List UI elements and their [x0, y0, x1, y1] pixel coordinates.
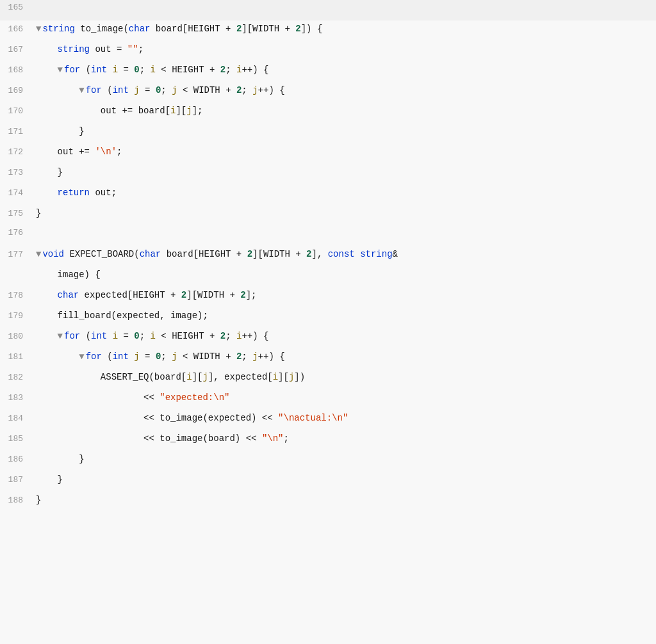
token: EXPECT_BOARD(	[64, 249, 140, 259]
token: i	[151, 65, 156, 75]
line-content: ▼for (int j = 0; j < WIDTH + 2; j++) {	[33, 82, 656, 99]
token: out += board[	[101, 106, 170, 116]
token: ;	[117, 147, 122, 157]
line-number: 180	[0, 329, 33, 345]
token: int	[91, 65, 107, 75]
table-row: 187 }	[0, 471, 656, 492]
line-number: 166	[0, 22, 33, 38]
table-row: 174 return out;	[0, 184, 656, 205]
table-row: 167 string out = "";	[0, 41, 656, 61]
token: out;	[90, 188, 117, 198]
token: to_image(	[75, 24, 129, 34]
line-content: return out;	[33, 184, 656, 201]
line-number: 165	[0, 0, 33, 16]
table-row: 168 ▼for (int i = 0; i < HEIGHT + 2; i++…	[0, 61, 656, 82]
line-content: }	[33, 492, 656, 508]
token: 2	[306, 249, 311, 259]
token: < HEIGHT +	[156, 331, 220, 341]
token: char	[140, 249, 161, 259]
fold-arrow-icon[interactable]: ▼	[36, 249, 41, 259]
fold-arrow-icon[interactable]: ▼	[58, 331, 63, 341]
line-content: image) {	[33, 266, 656, 283]
token: ],	[312, 249, 328, 259]
token: =	[140, 351, 156, 362]
token: '\n'	[95, 147, 117, 157]
token: j	[252, 85, 258, 95]
fold-arrow-icon[interactable]: ▼	[79, 351, 84, 362]
line-content: << to_image(board) << "\n";	[33, 430, 656, 447]
table-row: image) {	[0, 266, 656, 287]
token: ;	[161, 351, 172, 362]
fold-arrow-icon[interactable]: ▼	[58, 65, 63, 75]
token: 2	[240, 290, 245, 300]
token: ++) {	[242, 331, 268, 341]
token: "\nactual:\n"	[278, 413, 348, 423]
token: i	[151, 331, 156, 341]
token: 2	[247, 249, 252, 259]
token: for	[64, 65, 80, 75]
token: for	[86, 351, 102, 362]
token: }	[58, 167, 63, 177]
token: i	[186, 372, 192, 382]
token: "expected:\n"	[160, 392, 229, 403]
line-number: 178	[0, 288, 33, 304]
table-row: 171 }	[0, 123, 656, 143]
token: << to_image(board) <<	[144, 433, 262, 444]
token: image) {	[58, 270, 101, 280]
token: ""	[127, 44, 138, 54]
fold-arrow-icon[interactable]: ▼	[36, 24, 41, 34]
token: j	[172, 85, 177, 95]
token: int	[91, 331, 107, 341]
token: j	[252, 351, 258, 362]
line-content: << "expected:\n"	[33, 389, 656, 406]
line-content: fill_board(expected, image);	[33, 307, 656, 324]
token	[107, 331, 112, 341]
line-number: 167	[0, 42, 33, 58]
token: ][WIDTH +	[242, 24, 295, 34]
token: ], expected[	[208, 372, 273, 382]
line-number: 172	[0, 145, 33, 161]
line-number: 184	[0, 411, 33, 427]
table-row: 180 ▼for (int i = 0; i < HEIGHT + 2; i++…	[0, 328, 656, 348]
table-row: 165	[0, 0, 656, 20]
table-row: 170 out += board[i][j];	[0, 102, 656, 123]
line-number: 175	[0, 206, 33, 222]
token: << to_image(expected) <<	[144, 413, 278, 423]
token: i	[113, 331, 118, 341]
line-content: ▼for (int i = 0; i < HEIGHT + 2; i++) {	[33, 328, 656, 344]
token: <<	[144, 392, 160, 403]
token: const	[328, 249, 355, 259]
token: ;	[226, 331, 236, 341]
token: ;	[140, 65, 151, 75]
line-content: char expected[HEIGHT + 2][WIDTH + 2];	[33, 287, 656, 303]
token: ++) {	[242, 65, 268, 75]
line-number: 177	[0, 247, 33, 263]
table-row: 173 }	[0, 164, 656, 184]
token: int	[113, 351, 129, 362]
line-content: ▼void EXPECT_BOARD(char board[HEIGHT + 2…	[33, 246, 656, 262]
token: < HEIGHT +	[156, 65, 220, 75]
table-row: 166▼string to_image(char board[HEIGHT + …	[0, 20, 656, 41]
token: out +=	[58, 147, 95, 157]
token: j	[202, 372, 208, 382]
line-number: 186	[0, 452, 33, 468]
token: ][	[176, 106, 186, 116]
token: ]) {	[301, 24, 323, 34]
line-content: ▼string to_image(char board[HEIGHT + 2][…	[33, 20, 656, 37]
token: string	[42, 24, 74, 34]
line-number: 168	[0, 63, 33, 79]
line-number: 185	[0, 431, 33, 447]
line-number: 179	[0, 309, 33, 325]
token: 2	[181, 290, 186, 300]
line-number: 188	[0, 493, 33, 509]
line-content: string out = "";	[33, 41, 656, 58]
token: return	[58, 188, 90, 198]
line-number: 170	[0, 104, 33, 120]
table-row: 181 ▼for (int j = 0; j < WIDTH + 2; j++)…	[0, 348, 656, 369]
line-number: 173	[0, 165, 33, 181]
fold-arrow-icon[interactable]: ▼	[79, 85, 84, 95]
line-content: }	[33, 164, 656, 181]
token: expected[HEIGHT +	[79, 290, 181, 300]
token: < WIDTH +	[177, 351, 236, 362]
table-row: 183 << "expected:\n"	[0, 389, 656, 410]
